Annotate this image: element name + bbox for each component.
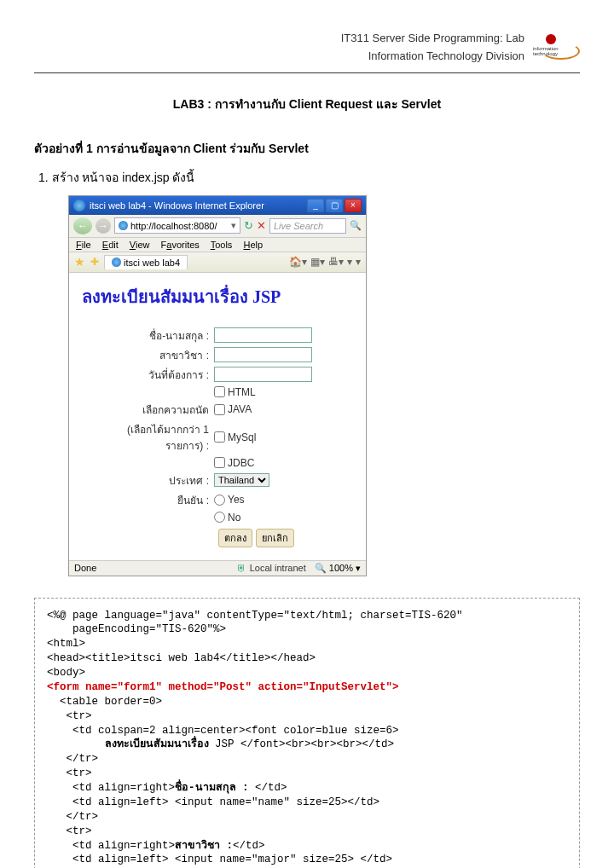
submit-button[interactable]: ตกลง <box>218 529 252 547</box>
label-skill: เลือกความถนัด <box>90 402 214 418</box>
home-icon[interactable]: 🏠▾ <box>289 256 307 268</box>
menu-view[interactable]: View <box>130 240 150 250</box>
label-major: สาขาวิชา : <box>90 347 214 363</box>
radio-no[interactable] <box>214 512 225 523</box>
page-header: IT311 Server Side Programming: Lab Infor… <box>34 30 580 73</box>
browser-tab[interactable]: itsci web lab4 <box>104 255 188 269</box>
favorites-star-icon[interactable]: ★ <box>74 255 85 269</box>
minimize-button[interactable]: _ <box>307 199 324 212</box>
menu-edit[interactable]: Edit <box>102 240 119 250</box>
page-menu-icon[interactable]: ▾ <box>347 256 352 268</box>
page-content: ลงทะเบียนสัมมนาเรื่อง JSP ชื่อ-นามสกุล :… <box>69 273 366 560</box>
checkbox-mysql[interactable] <box>214 431 225 443</box>
window-title: itsci web lab4 - Windows Internet Explor… <box>90 200 264 211</box>
forward-button[interactable]: → <box>96 218 111 234</box>
nav-bar: ← → http://localhost:8080/ ▾ ↻ ✕ Live Se… <box>69 215 366 238</box>
code-block: <%@ page language="java" contentType="te… <box>34 598 580 868</box>
tab-toolbar: ★ ✚ itsci web lab4 🏠▾ ▦▾ 🖶▾ ▾ ▾ <box>69 252 366 273</box>
menu-file[interactable]: File <box>76 240 91 250</box>
checkbox-html[interactable] <box>214 386 225 397</box>
division-line: Information Technology Division <box>34 48 524 66</box>
ie-icon <box>73 200 85 211</box>
browser-screenshot: itsci web lab4 - Windows Internet Explor… <box>68 195 367 576</box>
shield-icon: ⛨ <box>237 563 246 573</box>
label-country: ประเทศ : <box>90 472 214 489</box>
ie-icon <box>119 221 128 230</box>
back-button[interactable]: ← <box>73 217 92 234</box>
refresh-icon[interactable]: ↻ <box>244 219 253 232</box>
name-field[interactable] <box>214 327 312 343</box>
zoom-value: 100% <box>329 563 353 573</box>
status-done: Done <box>74 563 96 573</box>
label-skill-note: (เลือกได้มากกว่า 1 รายการ) : <box>90 421 214 454</box>
radio-yes[interactable] <box>214 495 225 506</box>
search-icon[interactable]: 🔍 <box>350 220 362 231</box>
major-field[interactable] <box>214 347 312 362</box>
dropdown-icon[interactable]: ▾ <box>231 220 236 231</box>
status-bar: Done ⛨Local intranet 🔍 100% ▾ <box>69 560 366 576</box>
menu-help[interactable]: Help <box>243 240 263 250</box>
lab-title: LAB3 : การทำงานกับ Client Request และ Se… <box>34 95 580 113</box>
address-bar[interactable]: http://localhost:8080/ ▾ <box>114 217 240 234</box>
checkbox-jdbc[interactable] <box>214 457 225 468</box>
label-name: ชื่อ-นามสกุล : <box>90 327 214 344</box>
print-icon[interactable]: 🖶▾ <box>328 256 344 268</box>
form-heading: ลงทะเบียนสัมมนาเรื่อง JSP <box>82 283 353 310</box>
ie-icon <box>112 258 121 267</box>
label-date: วันที่ต้องการ : <box>90 367 214 383</box>
cancel-button[interactable]: ยกเลิก <box>256 529 294 547</box>
step-1: 1. สร้าง หน้าจอ index.jsp ดังนี้ <box>38 168 580 187</box>
zoom-icon: 🔍 <box>315 563 327 573</box>
zone-label: Local intranet <box>250 563 306 573</box>
search-box[interactable]: Live Search <box>269 218 346 234</box>
example-heading: ตัวอย่างที่ 1 การอ่านข้อมูลจาก Client ร่… <box>34 139 580 158</box>
maximize-button[interactable]: ▢ <box>326 199 343 212</box>
window-titlebar: itsci web lab4 - Windows Internet Explor… <box>69 196 366 215</box>
course-line: IT311 Server Side Programming: Lab <box>34 30 524 48</box>
date-field[interactable] <box>214 367 312 382</box>
menu-favorites[interactable]: Favorites <box>161 240 200 250</box>
checkbox-java[interactable] <box>214 404 225 415</box>
feed-icon[interactable]: ▦▾ <box>310 256 325 268</box>
close-button[interactable]: × <box>345 199 362 212</box>
org-logo: information technology <box>533 34 580 68</box>
add-fav-icon[interactable]: ✚ <box>90 256 99 268</box>
stop-icon[interactable]: ✕ <box>257 219 266 232</box>
country-select[interactable]: Thailand <box>214 473 269 487</box>
menu-tools[interactable]: Tools <box>211 240 233 250</box>
menu-bar: File Edit View Favorites Tools Help <box>69 238 366 252</box>
tools-menu-icon[interactable]: ▾ <box>356 256 361 268</box>
label-confirm: ยืนยัน : <box>90 492 214 508</box>
